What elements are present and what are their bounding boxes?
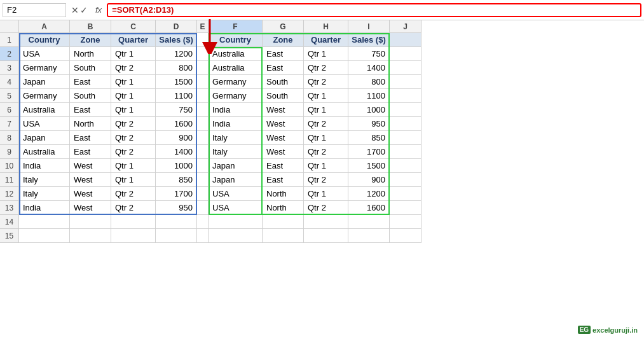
- cell[interactable]: [390, 131, 421, 145]
- cell[interactable]: Qtr 1: [304, 103, 348, 117]
- cell[interactable]: [111, 229, 156, 243]
- cell[interactable]: USA: [209, 201, 263, 215]
- cell[interactable]: Qtr 2: [111, 131, 156, 145]
- cell[interactable]: [197, 103, 209, 117]
- cell[interactable]: Germany: [19, 89, 70, 103]
- cell[interactable]: Qtr 1: [304, 187, 348, 201]
- cell[interactable]: West: [263, 131, 304, 145]
- cell[interactable]: [197, 117, 209, 131]
- cell[interactable]: East: [263, 173, 304, 187]
- cell[interactable]: 1100: [156, 89, 197, 103]
- cell[interactable]: Qtr 1: [304, 47, 348, 61]
- cell[interactable]: Qtr 1: [111, 89, 156, 103]
- col-header-h[interactable]: H: [304, 20, 348, 33]
- cell[interactable]: [197, 159, 209, 173]
- cell[interactable]: Qtr 1: [304, 131, 348, 145]
- cell[interactable]: South: [70, 89, 111, 103]
- cell[interactable]: [197, 61, 209, 75]
- cell[interactable]: 800: [156, 61, 197, 75]
- cell[interactable]: 1000: [348, 103, 390, 117]
- cell[interactable]: South: [70, 61, 111, 75]
- cell[interactable]: Italy: [209, 145, 263, 159]
- cell[interactable]: Qtr 1: [111, 103, 156, 117]
- cell[interactable]: [263, 229, 304, 243]
- cell[interactable]: [197, 215, 209, 229]
- cell[interactable]: Australia: [209, 47, 263, 61]
- cell[interactable]: Qtr 1: [304, 89, 348, 103]
- cell[interactable]: USA: [19, 47, 70, 61]
- cell[interactable]: 850: [348, 131, 390, 145]
- cell[interactable]: East: [70, 75, 111, 89]
- cell[interactable]: Qtr 2: [111, 187, 156, 201]
- cell[interactable]: East: [263, 61, 304, 75]
- cell[interactable]: Country: [209, 33, 263, 47]
- cell[interactable]: South: [263, 89, 304, 103]
- col-header-g[interactable]: G: [263, 20, 304, 33]
- cell[interactable]: [19, 229, 70, 243]
- cell[interactable]: [197, 229, 209, 243]
- cell[interactable]: [197, 173, 209, 187]
- cell[interactable]: 1400: [348, 61, 390, 75]
- cell[interactable]: 1400: [156, 145, 197, 159]
- cell[interactable]: [156, 229, 197, 243]
- cell[interactable]: Country: [19, 33, 70, 47]
- cell[interactable]: West: [70, 159, 111, 173]
- cell[interactable]: [348, 215, 390, 229]
- cell[interactable]: Germany: [209, 89, 263, 103]
- cell[interactable]: Qtr 2: [304, 61, 348, 75]
- cell[interactable]: [209, 229, 263, 243]
- cell[interactable]: [197, 201, 209, 215]
- cell[interactable]: East: [263, 47, 304, 61]
- cell[interactable]: [197, 47, 209, 61]
- cell[interactable]: [304, 229, 348, 243]
- cell[interactable]: [263, 215, 304, 229]
- col-header-d[interactable]: D: [156, 20, 197, 33]
- cell[interactable]: Qtr 1: [111, 159, 156, 173]
- cell[interactable]: India: [19, 201, 70, 215]
- col-header-a[interactable]: A: [19, 20, 70, 33]
- cell[interactable]: Qtr 1: [111, 173, 156, 187]
- cell[interactable]: India: [209, 117, 263, 131]
- cell[interactable]: 1500: [348, 159, 390, 173]
- cell[interactable]: [390, 187, 421, 201]
- cell[interactable]: Qtr 2: [111, 117, 156, 131]
- cell[interactable]: [197, 187, 209, 201]
- formula-input[interactable]: =SORT(A2:D13): [107, 3, 641, 17]
- cell[interactable]: [304, 215, 348, 229]
- cell[interactable]: Zone: [263, 33, 304, 47]
- cell[interactable]: 900: [156, 131, 197, 145]
- cell[interactable]: [156, 215, 197, 229]
- cell[interactable]: 750: [156, 103, 197, 117]
- cell[interactable]: [390, 75, 421, 89]
- cell[interactable]: Italy: [209, 131, 263, 145]
- cell[interactable]: East: [263, 159, 304, 173]
- cell[interactable]: [19, 215, 70, 229]
- cell[interactable]: Qtr 2: [304, 145, 348, 159]
- cell[interactable]: Australia: [19, 103, 70, 117]
- cell[interactable]: Qtr 2: [304, 173, 348, 187]
- cell[interactable]: [390, 229, 421, 243]
- cell[interactable]: [197, 145, 209, 159]
- cell[interactable]: [348, 229, 390, 243]
- cell[interactable]: Qtr 2: [111, 145, 156, 159]
- cancel-icon[interactable]: ✕: [71, 5, 79, 15]
- cell[interactable]: Sales ($): [156, 33, 197, 47]
- cell[interactable]: Qtr 1: [111, 75, 156, 89]
- cell[interactable]: 950: [156, 201, 197, 215]
- col-header-f[interactable]: F: [209, 20, 263, 33]
- cell[interactable]: 1500: [156, 75, 197, 89]
- cell[interactable]: India: [209, 103, 263, 117]
- cell[interactable]: 900: [348, 173, 390, 187]
- cell[interactable]: [390, 117, 421, 131]
- cell[interactable]: Japan: [209, 159, 263, 173]
- cell[interactable]: Japan: [19, 131, 70, 145]
- cell[interactable]: [197, 75, 209, 89]
- cell[interactable]: North: [263, 201, 304, 215]
- cell[interactable]: Italy: [19, 187, 70, 201]
- cell[interactable]: Australia: [209, 61, 263, 75]
- cell[interactable]: Germany: [209, 75, 263, 89]
- cell[interactable]: [390, 159, 421, 173]
- cell[interactable]: 1000: [156, 159, 197, 173]
- cell[interactable]: [111, 215, 156, 229]
- cell[interactable]: [197, 131, 209, 145]
